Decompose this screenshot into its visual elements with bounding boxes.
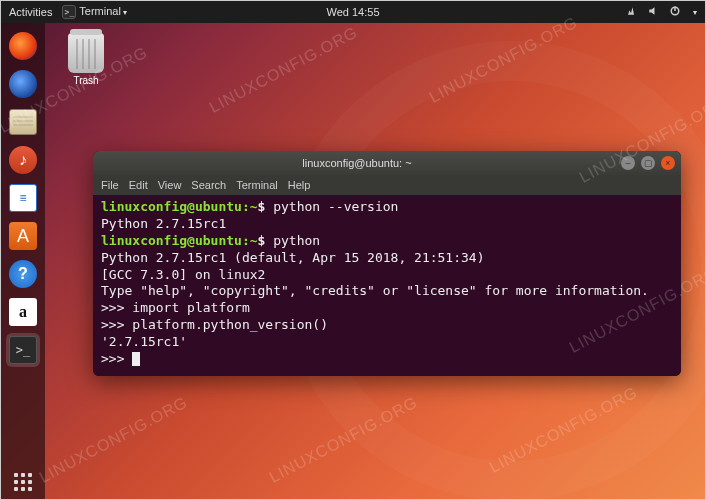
power-icon[interactable] (669, 5, 681, 19)
watermark: LINUXCONFIG.ORG (266, 393, 420, 486)
watermark: LINUXCONFIG.ORG (36, 393, 190, 486)
dock-amazon[interactable]: a (6, 295, 40, 329)
watermark: LINUXCONFIG.ORG (206, 23, 360, 116)
terminal-body[interactable]: linuxconfig@ubuntu:~$ python --version P… (93, 195, 681, 376)
repl-line: >>> platform.python_version() (101, 317, 673, 334)
prompt: linuxconfig@ubuntu:~ (101, 199, 258, 214)
system-menu-caret[interactable]: ▾ (693, 8, 697, 17)
terminal-menubar: File Edit View Search Terminal Help (93, 175, 681, 195)
cursor (132, 352, 140, 366)
titlebar[interactable]: linuxconfig@ubuntu: ~ – ▢ × (93, 151, 681, 175)
software-icon: A (9, 222, 37, 250)
cmd-line: python --version (273, 199, 398, 214)
network-icon[interactable] (625, 5, 637, 19)
terminal-window: linuxconfig@ubuntu: ~ – ▢ × File Edit Vi… (93, 151, 681, 376)
dock-help[interactable]: ? (6, 257, 40, 291)
output-line: Type "help", "copyright", "credits" or "… (101, 283, 673, 300)
menu-search[interactable]: Search (191, 179, 226, 191)
window-title: linuxconfig@ubuntu: ~ (99, 157, 615, 169)
trash-label: Trash (59, 75, 113, 86)
dock-files[interactable] (6, 105, 40, 139)
files-icon (9, 109, 37, 135)
apps-grid-icon (4, 463, 42, 500)
volume-icon[interactable] (647, 5, 659, 19)
cmd-line: python (273, 233, 320, 248)
dock-show-apps[interactable] (6, 465, 40, 499)
terminal-icon: >_ (9, 336, 37, 364)
menu-terminal[interactable]: Terminal (236, 179, 278, 191)
dock-firefox[interactable] (6, 29, 40, 63)
repl-line: >>> (101, 351, 673, 368)
menu-help[interactable]: Help (288, 179, 311, 191)
app-menu[interactable]: >_ Terminal▾ (62, 5, 126, 19)
menu-view[interactable]: View (158, 179, 182, 191)
prompt: linuxconfig@ubuntu:~ (101, 233, 258, 248)
rhythmbox-icon: ♪ (9, 146, 37, 174)
firefox-icon (9, 32, 37, 60)
launcher-dock: ♪ ≡ A ? a >_ (1, 23, 45, 499)
dock-terminal[interactable]: >_ (6, 333, 40, 367)
window-maximize[interactable]: ▢ (641, 156, 655, 170)
window-close[interactable]: × (661, 156, 675, 170)
help-icon: ? (9, 260, 37, 288)
repl-line: '2.7.15rc1' (101, 334, 673, 351)
repl-line: >>> import platform (101, 300, 673, 317)
writer-icon: ≡ (9, 184, 37, 212)
trash-icon (68, 33, 104, 73)
top-bar: Activities >_ Terminal▾ Wed 14:55 ▾ (1, 1, 705, 23)
dock-rhythmbox[interactable]: ♪ (6, 143, 40, 177)
output-line: Python 2.7.15rc1 (default, Apr 15 2018, … (101, 250, 673, 267)
svg-rect-1 (674, 7, 676, 12)
watermark: LINUXCONFIG.ORG (426, 13, 580, 106)
activities-button[interactable]: Activities (9, 6, 52, 18)
menu-edit[interactable]: Edit (129, 179, 148, 191)
thunderbird-icon (9, 70, 37, 98)
clock[interactable]: Wed 14:55 (326, 6, 379, 18)
dock-thunderbird[interactable] (6, 67, 40, 101)
menu-file[interactable]: File (101, 179, 119, 191)
output-line: Python 2.7.15rc1 (101, 216, 673, 233)
desktop-trash[interactable]: Trash (59, 33, 113, 86)
window-minimize[interactable]: – (621, 156, 635, 170)
output-line: [GCC 7.3.0] on linux2 (101, 267, 673, 284)
dock-software[interactable]: A (6, 219, 40, 253)
amazon-icon: a (9, 298, 37, 326)
dock-writer[interactable]: ≡ (6, 181, 40, 215)
watermark: LINUXCONFIG.ORG (486, 383, 640, 476)
